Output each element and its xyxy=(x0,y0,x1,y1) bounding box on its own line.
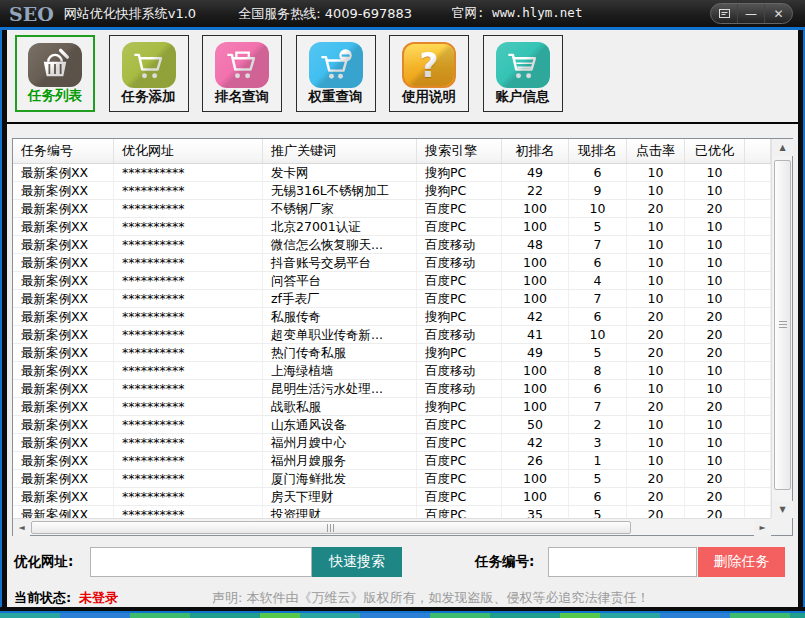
vertical-scrollbar-thumb[interactable] xyxy=(774,160,791,490)
table-cell: 100 xyxy=(502,218,569,235)
column-header[interactable]: 搜索引擎 xyxy=(417,139,502,163)
table-cell: ********** xyxy=(114,326,263,343)
skin-button[interactable] xyxy=(711,4,738,23)
horizontal-scrollbar[interactable]: ◄ ► xyxy=(13,518,771,535)
quick-search-button[interactable]: 快速搜索 xyxy=(312,547,402,577)
table-cell: 10 xyxy=(627,272,685,289)
table-row[interactable]: 最新案例XX**********不锈钢厂家百度PC100102020 xyxy=(13,200,771,218)
table-cell: 10 xyxy=(685,218,745,235)
toolbar-button-account[interactable]: 账户信息 xyxy=(483,35,563,112)
table-row[interactable]: 最新案例XX**********热门传奇私服搜狗PC4952020 xyxy=(13,344,771,362)
table-cell: ********** xyxy=(114,182,263,199)
table-row[interactable]: 最新案例XX**********山东通风设备百度PC5021010 xyxy=(13,416,771,434)
table-cell-filler xyxy=(745,416,771,433)
column-header[interactable]: 优化网址 xyxy=(114,139,263,163)
table-row[interactable]: 最新案例XX**********战歌私服搜狗PC10072020 xyxy=(13,398,771,416)
arrow-down-icon: ▼ xyxy=(779,505,785,514)
table-cell-filler xyxy=(745,290,771,307)
table-cell: 上海绿植墙 xyxy=(263,362,417,379)
column-header[interactable]: 现排名 xyxy=(569,139,627,163)
table-cell: 10 xyxy=(569,200,627,217)
table-cell: 最新案例XX xyxy=(13,326,114,343)
window-controls: — ✕ xyxy=(710,3,793,24)
table-cell: ********** xyxy=(114,362,263,379)
scrollbar-corner xyxy=(771,518,792,535)
scroll-up-button[interactable]: ▲ xyxy=(772,139,793,156)
table-cell: 42 xyxy=(502,434,569,451)
table-row[interactable]: 最新案例XX**********zf手表厂百度PC10071010 xyxy=(13,290,771,308)
table-cell: 最新案例XX xyxy=(13,200,114,217)
table-cell: 最新案例XX xyxy=(13,470,114,487)
toolbar-button-help[interactable]: ? 使用说明 xyxy=(389,35,469,112)
table-row[interactable]: 最新案例XX**********抖音账号交易平台百度移动10061010 xyxy=(13,254,771,272)
column-header[interactable]: 任务编号 xyxy=(13,139,114,163)
minimize-icon: — xyxy=(745,8,757,20)
delete-task-button[interactable]: 删除任务 xyxy=(698,547,785,577)
table-cell: ********** xyxy=(114,218,263,235)
vertical-scrollbar[interactable]: ▲ ▼ xyxy=(771,139,792,518)
table-cell: 最新案例XX xyxy=(13,308,114,325)
table-cell-filler xyxy=(745,380,771,397)
table-cell: 7 xyxy=(569,398,627,415)
table-cell: 10 xyxy=(685,290,745,307)
task-number-input[interactable] xyxy=(548,547,697,577)
toolbar-button-task-list[interactable]: 任务列表 xyxy=(15,35,95,112)
optimize-url-label: 优化网址: xyxy=(14,553,73,571)
table-row[interactable]: 最新案例XX**********私服传奇搜狗PC4262020 xyxy=(13,308,771,326)
table-cell: 10 xyxy=(685,416,745,433)
toolbar-button-label: 排名查询 xyxy=(215,88,269,106)
table-cell: 百度PC xyxy=(417,488,502,505)
optimize-url-input[interactable] xyxy=(90,547,312,577)
toolbar-button-weight-query[interactable]: 权重查询 xyxy=(296,35,376,112)
table-cell: 20 xyxy=(685,344,745,361)
scroll-left-button[interactable]: ◄ xyxy=(13,519,30,536)
cart-icon xyxy=(215,42,269,88)
table-cell: 搜狗PC xyxy=(417,164,502,181)
toolbar-button-task-add[interactable]: 任务添加 xyxy=(109,35,189,112)
scroll-right-button[interactable]: ► xyxy=(754,519,771,536)
table-row[interactable]: 最新案例XX**********超变单职业传奇新...百度移动41102020 xyxy=(13,326,771,344)
table-row[interactable]: 最新案例XX**********房天下理财百度PC10062020 xyxy=(13,488,771,506)
table-row[interactable]: 最新案例XX**********微信怎么恢复聊天...百度移动4871010 xyxy=(13,236,771,254)
table-cell: 100 xyxy=(502,290,569,307)
column-header[interactable]: 已优化 xyxy=(685,139,745,163)
table-cell: 4 xyxy=(569,272,627,289)
table-row[interactable]: 最新案例XX**********北京27001认证百度PC10051010 xyxy=(13,218,771,236)
table-cell: 山东通风设备 xyxy=(263,416,417,433)
toolbar-button-rank-query[interactable]: 排名查询 xyxy=(202,35,282,112)
scroll-down-button[interactable]: ▼ xyxy=(772,501,793,518)
table-cell: 不锈钢厂家 xyxy=(263,200,417,217)
table-row[interactable]: 最新案例XX**********福州月嫂服务百度PC2611010 xyxy=(13,452,771,470)
minimize-button[interactable]: — xyxy=(738,4,765,23)
table-row[interactable]: 最新案例XX**********上海绿植墙百度移动10081010 xyxy=(13,362,771,380)
task-table-panel: 任务编号 优化网址 推广关键词 搜索引擎 初排名 现排名 点击率 已优化 最新案… xyxy=(12,138,793,536)
table-cell: 最新案例XX xyxy=(13,416,114,433)
table-row[interactable]: 最新案例XX**********问答平台百度PC10041010 xyxy=(13,272,771,290)
column-header[interactable]: 点击率 xyxy=(627,139,685,163)
column-header[interactable]: 初排名 xyxy=(502,139,569,163)
table-row[interactable]: 最新案例XX**********发卡网搜狗PC4961010 xyxy=(13,164,771,182)
website-text: 官网: www.hlym.net xyxy=(452,5,582,22)
table-cell: 厦门海鲜批发 xyxy=(263,470,417,487)
table-cell: 房天下理财 xyxy=(263,488,417,505)
table-row[interactable]: 最新案例XX**********投资理财百度PC3552020 xyxy=(13,506,771,518)
horizontal-scrollbar-thumb[interactable] xyxy=(31,521,631,534)
status-value: 未登录 xyxy=(79,589,118,607)
table-cell: 战歌私服 xyxy=(263,398,417,415)
table-row[interactable]: 最新案例XX**********厦门海鲜批发百度PC10052020 xyxy=(13,470,771,488)
table-cell: 10 xyxy=(685,380,745,397)
table-row[interactable]: 最新案例XX**********无锡316L不锈钢加工搜狗PC2291010 xyxy=(13,182,771,200)
table-row[interactable]: 最新案例XX**********福州月嫂中心百度PC4231010 xyxy=(13,434,771,452)
table-cell: 20 xyxy=(685,506,745,518)
table-cell: 搜狗PC xyxy=(417,308,502,325)
table-body: 最新案例XX**********发卡网搜狗PC4961010最新案例XX****… xyxy=(13,164,771,518)
table-row[interactable]: 最新案例XX**********昆明生活污水处理...百度移动10061010 xyxy=(13,380,771,398)
column-header[interactable]: 推广关键词 xyxy=(263,139,417,163)
close-button[interactable]: ✕ xyxy=(765,4,792,23)
table-cell: 超变单职业传奇新... xyxy=(263,326,417,343)
table-cell: 6 xyxy=(569,254,627,271)
table-cell-filler xyxy=(745,272,771,289)
table-cell: 20 xyxy=(685,308,745,325)
table-cell: 10 xyxy=(685,182,745,199)
table-cell: 最新案例XX xyxy=(13,344,114,361)
